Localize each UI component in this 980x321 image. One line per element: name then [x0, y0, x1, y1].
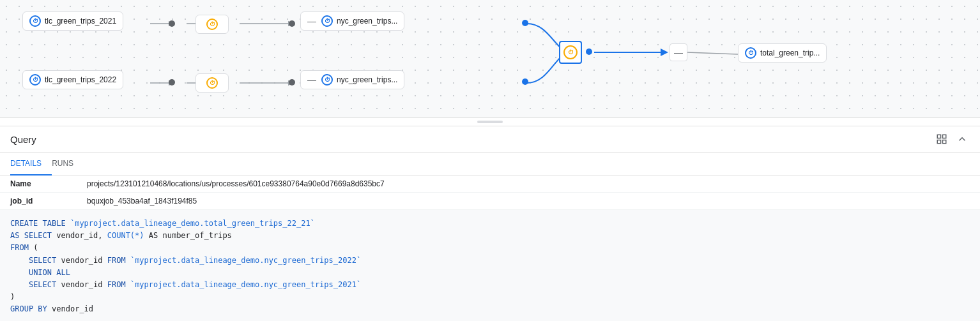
node-label-nyc-2021: nyc_green_trips... [337, 17, 397, 26]
sql-line-8: GROUP BY vendor_id [10, 303, 970, 315]
sql-from-kw-2: FROM [107, 280, 126, 289]
panel-divider[interactable] [0, 118, 980, 126]
dag-dot-3 [169, 79, 175, 86]
dag-dot-4 [289, 79, 295, 86]
node-icon-blue-3: ⏱ [29, 74, 41, 86]
query-title: Query [10, 134, 36, 145]
svg-rect-9 [943, 135, 946, 138]
tab-details[interactable]: DETAILS [10, 153, 52, 175]
dag-node-tlc-2021[interactable]: ⏱ tlc_green_trips_2021 [22, 11, 123, 31]
query-header-icons [934, 131, 970, 147]
resize-handle[interactable] [477, 121, 503, 123]
details-name-value: projects/123101210468/locations/us/proce… [87, 179, 385, 188]
sql-create-table: `myproject.data_lineage_demo.total_green… [70, 219, 315, 228]
dag-node-dash-final[interactable]: — [670, 43, 687, 61]
dag-node-orange-2[interactable]: ⏱ [195, 73, 229, 93]
dash-icon-3: — [674, 47, 683, 57]
node-icon-orange-1: ⏱ [206, 19, 218, 30]
node-label-nyc-2022: nyc_green_trips... [337, 75, 397, 84]
sql-create-kw: CREATE TABLE [10, 219, 66, 228]
dash-icon-1: — [307, 16, 316, 26]
sql-paren-close: ) [10, 292, 15, 301]
details-jobid-value: bquxjob_453ba4af_1843f194f85 [87, 197, 197, 205]
node-icon-blue-1: ⏱ [29, 15, 41, 27]
node-label-total: total_green_trip... [760, 49, 820, 57]
node-icon-blue-5: ⏱ [745, 47, 756, 59]
query-tabs: DETAILS RUNS [0, 153, 980, 175]
sql-line-1: CREATE TABLE `myproject.data_lineage_dem… [10, 218, 970, 230]
sql-count-fn: COUNT(*) [107, 231, 144, 240]
details-name-label: Name [10, 179, 87, 188]
sql-as-trips: AS number_of_trips [149, 231, 232, 240]
dag-node-nyc-2021[interactable]: — ⏱ nyc_green_trips... [300, 11, 404, 31]
svg-rect-8 [937, 135, 940, 138]
dag-node-union[interactable]: ⏱ [559, 41, 582, 64]
svg-rect-10 [937, 140, 940, 144]
dag-dot-2 [289, 20, 295, 27]
sql-indent-2 [10, 268, 24, 277]
dag-connections [0, 0, 980, 117]
sql-paren-open: ( [33, 243, 38, 252]
collapse-panel-button[interactable] [954, 131, 970, 147]
expand-window-button[interactable] [934, 131, 949, 147]
sql-vendor-from-2: vendor_id [61, 280, 107, 289]
node-icon-orange-2: ⏱ [206, 77, 218, 89]
dag-dot-blue-1 [522, 20, 528, 26]
sql-union-kw: UNION ALL [29, 268, 70, 277]
sql-area: CREATE TABLE `myproject.data_lineage_dem… [0, 210, 980, 321]
sql-select-kw-1: SELECT [29, 256, 56, 265]
dag-node-total[interactable]: ⏱ total_green_trip... [738, 43, 827, 63]
sql-line-5: UNION ALL [10, 267, 970, 279]
sql-table-2021: `myproject.data_lineage_demo.nyc_green_t… [130, 280, 361, 289]
query-header: Query [0, 126, 980, 153]
details-row-jobid: job_id bquxjob_453ba4af_1843f194f85 [0, 193, 980, 210]
svg-line-7 [687, 52, 738, 54]
dag-dot-blue-2 [522, 78, 528, 85]
svg-rect-11 [943, 140, 946, 144]
sql-groupby-kw: GROUP BY [10, 304, 47, 313]
node-icon-blue-4: ⏱ [321, 74, 333, 86]
sql-from-kw: FROM [10, 243, 29, 252]
sql-line-3: FROM ( [10, 242, 970, 254]
sql-table-2022: `myproject.data_lineage_demo.nyc_green_t… [130, 256, 361, 265]
dash-icon-2: — [307, 75, 316, 85]
node-label-tlc-2021: tlc_green_trips_2021 [45, 17, 116, 26]
dag-node-nyc-2022[interactable]: — ⏱ nyc_green_trips... [300, 70, 404, 89]
details-table: Name projects/123101210468/locations/us/… [0, 175, 980, 210]
query-panel: Query DETAILS RUNS Name projects/1231012… [0, 126, 980, 321]
sql-indent-1 [10, 256, 24, 265]
sql-groupby-val: vendor_id [52, 304, 93, 313]
sql-indent-3 [10, 280, 24, 289]
tab-runs[interactable]: RUNS [52, 153, 84, 175]
sql-vendor-id: vendor_id, [56, 231, 107, 240]
sql-line-7: ) [10, 291, 970, 303]
sql-vendor-from-1: vendor_id [61, 256, 107, 265]
node-label-tlc-2022: tlc_green_trips_2022 [45, 75, 116, 84]
sql-from-kw-1: FROM [107, 256, 126, 265]
details-row-name: Name projects/123101210468/locations/us/… [0, 175, 980, 193]
node-icon-union: ⏱ [563, 45, 578, 59]
sql-line-2: AS SELECT vendor_id, COUNT(*) AS number_… [10, 230, 970, 242]
dag-node-orange-1[interactable]: ⏱ [195, 15, 229, 34]
details-jobid-label: job_id [10, 197, 87, 205]
sql-line-4: SELECT vendor_id FROM `myproject.data_li… [10, 255, 970, 267]
sql-as-select-kw: AS SELECT [10, 231, 52, 240]
dag-dot-1 [169, 20, 175, 27]
sql-select-kw-2: SELECT [29, 280, 56, 289]
sql-line-6: SELECT vendor_id FROM `myproject.data_li… [10, 279, 970, 291]
dag-dot-blue-3 [586, 49, 592, 55]
node-icon-blue-2: ⏱ [321, 15, 333, 27]
dag-canvas: ⏱ tlc_green_trips_2021 ⏱ — ⏱ nyc_green_t… [0, 0, 980, 118]
dag-node-tlc-2022[interactable]: ⏱ tlc_green_trips_2022 [22, 70, 123, 89]
